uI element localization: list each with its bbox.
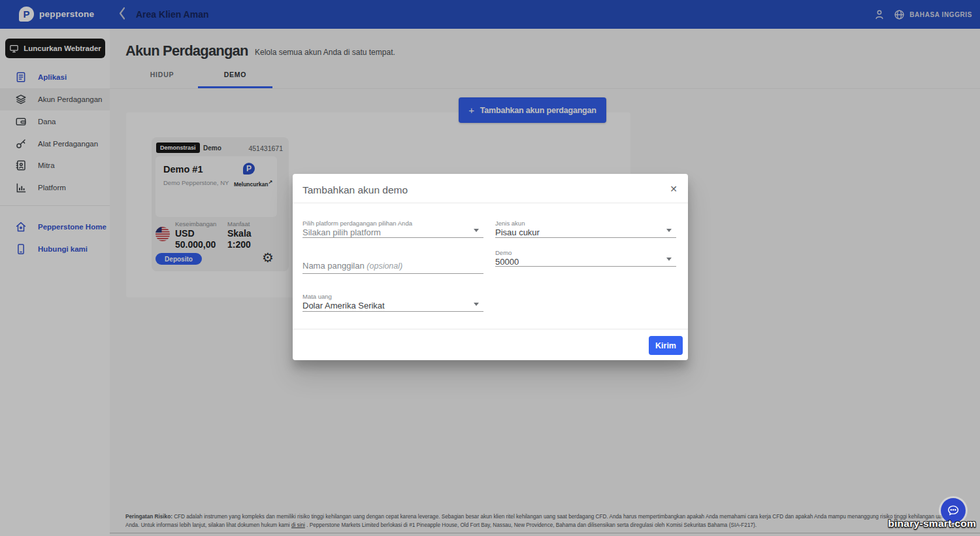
dropdown-arrow-icon — [666, 258, 672, 261]
watermark: binary-smart.com — [888, 518, 976, 529]
close-icon[interactable]: ✕ — [670, 184, 678, 194]
currency-label: Mata uang — [302, 293, 483, 300]
dropdown-arrow-icon — [474, 303, 479, 306]
platform-value: Silakan pilih platform — [302, 228, 483, 237]
demo-balance-select[interactable]: Demo 50000 — [495, 249, 676, 267]
currency-select[interactable]: Mata uang Dolar Amerika Serikat — [302, 293, 483, 312]
modal-header-divider — [293, 203, 688, 203]
demo-balance-value: 50000 — [495, 258, 676, 266]
chat-bubble-icon — [946, 503, 960, 518]
modal-footer-divider — [293, 329, 688, 329]
nickname-input[interactable]: Nama panggilan (opsional) — [302, 261, 483, 274]
platform-label: Pilih platform perdagangan pilihan Anda — [302, 220, 483, 227]
modal-title: Tambahkan akun demo — [302, 184, 408, 196]
account-type-value: Pisau cukur — [495, 228, 676, 237]
platform-select[interactable]: Pilih platform perdagangan pilihan Anda … — [302, 220, 483, 238]
account-type-label: Jenis akun — [495, 220, 676, 227]
demo-balance-label: Demo — [495, 249, 676, 256]
submit-button[interactable]: Kirim — [649, 336, 683, 355]
currency-value: Dolar Amerika Serikat — [302, 301, 483, 310]
nickname-placeholder: Nama panggilan (opsional) — [302, 261, 483, 271]
dropdown-arrow-icon — [666, 229, 672, 232]
add-demo-account-modal: Tambahkan akun demo ✕ Pilih platform per… — [293, 174, 688, 360]
account-type-select[interactable]: Jenis akun Pisau cukur — [495, 220, 676, 238]
dropdown-arrow-icon — [474, 229, 479, 232]
